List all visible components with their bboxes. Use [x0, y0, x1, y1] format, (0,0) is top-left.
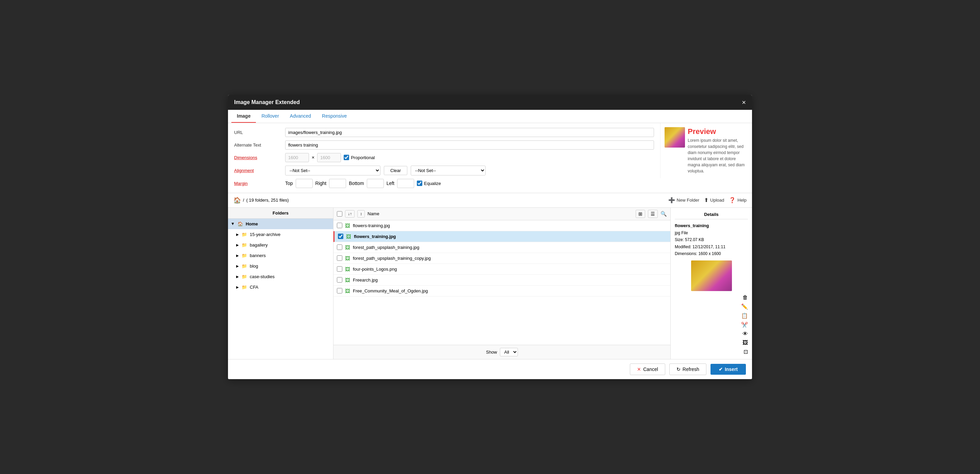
folder-bagallery-label: bagallery: [250, 243, 268, 247]
sort-za-button[interactable]: ↕: [357, 210, 365, 218]
breadcrumb-bar: 🏠 / ( 19 folders, 251 files) ➕ New Folde…: [228, 193, 752, 208]
alignment-select2[interactable]: --Not Set--: [411, 166, 485, 176]
files-toolbar: ↓↑ ↕ Name ⊞ ☰ 🔍: [334, 208, 670, 220]
files-panel: ↓↑ ↕ Name ⊞ ☰ 🔍 🖼 flowers-training.jpg: [334, 208, 670, 360]
folder-arrow-banners: ▶: [236, 254, 239, 257]
file-row[interactable]: 🖼 flowers_training.jpg: [334, 231, 670, 242]
folder-item-case-studies[interactable]: ▶ 📁 case-studies: [228, 271, 333, 282]
help-button[interactable]: ❓ Help: [729, 197, 746, 203]
copy-button[interactable]: 📋: [741, 312, 748, 319]
folder-item-home[interactable]: ▼ 🏠 Home: [228, 219, 333, 229]
image-edit-button[interactable]: 🖼: [743, 340, 748, 346]
file-browser-area: 🏠 / ( 19 folders, 251 files) ➕ New Folde…: [228, 193, 752, 360]
new-folder-label: New Folder: [677, 198, 699, 203]
file-row[interactable]: 🖼 forest_path_upsplash_training.jpg: [334, 242, 670, 253]
dimensions-label[interactable]: Dimensions: [234, 155, 282, 160]
file-checkbox-2[interactable]: [337, 244, 342, 250]
folder-icon-banners: 📁: [242, 253, 247, 258]
equalize-text: Equalize: [424, 181, 441, 186]
dim-height-input[interactable]: [317, 153, 341, 162]
file-checkbox-4[interactable]: [337, 266, 342, 272]
file-icon-5: 🖼: [345, 277, 350, 283]
alignment-label[interactable]: Alignment: [234, 168, 282, 173]
insert-button[interactable]: ✔ Insert: [711, 364, 746, 375]
proportional-checkbox[interactable]: [344, 155, 349, 160]
show-select[interactable]: All: [500, 348, 518, 356]
tabs-bar: Image Rollover Advanced Responsive: [228, 110, 752, 123]
modal: Image Manager Extended × Image Rollover …: [228, 95, 752, 379]
folder-cfa-label: CFA: [250, 285, 258, 290]
folder-arrow-bagallery: ▶: [236, 243, 239, 247]
margin-label[interactable]: Margin: [234, 181, 282, 186]
upload-button[interactable]: ⬆ Upload: [704, 197, 724, 203]
clear-button[interactable]: Clear: [384, 166, 407, 175]
tab-image[interactable]: Image: [231, 110, 256, 123]
alt-label: Alternate Text: [234, 143, 282, 147]
file-row[interactable]: 🖼 four-points_Logos.png: [334, 264, 670, 275]
file-name-3: forest_path_upsplash_training_copy.jpg: [353, 256, 431, 261]
file-checkbox-1[interactable]: [338, 234, 343, 239]
margin-right-input[interactable]: [329, 179, 346, 188]
file-row[interactable]: 🖼 flowers-training.jpg: [334, 220, 670, 231]
file-checkbox-0[interactable]: [337, 223, 342, 228]
new-folder-button[interactable]: ➕ New Folder: [668, 197, 699, 203]
bottom-label: Bottom: [349, 181, 364, 186]
cancel-button[interactable]: ✕ Cancel: [630, 363, 665, 375]
tab-rollover[interactable]: Rollover: [256, 110, 284, 123]
details-panel: Details flowers_training jpg File Size: …: [670, 208, 752, 360]
file-checkbox-6[interactable]: [337, 288, 342, 293]
margin-left-input[interactable]: [397, 179, 414, 188]
grid-view-button[interactable]: ⊞: [636, 210, 645, 218]
upload-label: Upload: [710, 198, 724, 203]
refresh-button[interactable]: ↻ Refresh: [669, 363, 706, 375]
preview-content: Preview Lorem ipsum dolor sit amet, cons…: [665, 127, 748, 174]
view-button[interactable]: 👁: [743, 331, 748, 337]
margin-bottom-input[interactable]: [367, 179, 384, 188]
size-label: Size:: [675, 237, 684, 242]
folder-item-archive[interactable]: ▶ 📁 15-year-archive: [228, 229, 333, 240]
select-all-checkbox[interactable]: [337, 211, 342, 217]
close-button[interactable]: ×: [742, 99, 746, 106]
crop-button[interactable]: ⊡: [743, 349, 748, 355]
preview-title: Preview: [688, 127, 716, 136]
folder-icon-archive: 📁: [242, 232, 247, 237]
equalize-label: Equalize: [417, 181, 441, 186]
details-header: Details: [675, 212, 748, 219]
search-button[interactable]: 🔍: [660, 211, 667, 217]
tab-advanced[interactable]: Advanced: [285, 110, 317, 123]
folder-item-banners[interactable]: ▶ 📁 banners: [228, 250, 333, 261]
alignment-row: Alignment --Not Set-- Clear --Not Set--: [234, 166, 654, 176]
folder-icon-bagallery: 📁: [242, 243, 247, 247]
modal-footer: ✕ Cancel ↻ Refresh ✔ Insert: [228, 359, 752, 379]
equalize-checkbox[interactable]: [417, 181, 422, 186]
file-row[interactable]: 🖼 forest_path_upsplash_training_copy.jpg: [334, 253, 670, 264]
alignment-select[interactable]: --Not Set--: [285, 166, 380, 176]
folder-item-blog[interactable]: ▶ 📁 blog: [228, 261, 333, 271]
detail-type: jpg File: [675, 230, 748, 236]
size-value: 572.07 KB: [685, 237, 704, 242]
file-row[interactable]: 🖼 Freearch.jpg: [334, 275, 670, 285]
file-name-2: forest_path_upsplash_training.jpg: [353, 245, 419, 250]
sort-az-button[interactable]: ↓↑: [345, 210, 355, 218]
margin-inputs: Top Right Bottom Left Equalize: [285, 179, 441, 188]
list-view-button[interactable]: ☰: [648, 210, 658, 218]
insert-check-icon: ✔: [719, 366, 723, 372]
cut-button[interactable]: ✂️: [741, 322, 748, 328]
margin-top-input[interactable]: [296, 179, 313, 188]
edit-button[interactable]: ✏️: [741, 303, 748, 310]
file-checkbox-5[interactable]: [337, 277, 342, 282]
file-checkbox-3[interactable]: [337, 255, 342, 261]
alt-input[interactable]: [285, 140, 654, 150]
help-label: Help: [737, 198, 746, 203]
form-preview-area: URL Alternate Text Dimensions ×: [228, 123, 752, 193]
file-row[interactable]: 🖼 Free_Community_Meal_of_Ogden.jpg: [334, 285, 670, 296]
folder-item-bagallery[interactable]: ▶ 📁 bagallery: [228, 240, 333, 250]
home-icon[interactable]: 🏠: [234, 197, 241, 204]
url-label: URL: [234, 130, 282, 135]
dim-width-input[interactable]: [285, 153, 309, 162]
delete-button[interactable]: 🗑: [743, 295, 748, 301]
url-input[interactable]: [285, 128, 654, 137]
folder-item-cfa[interactable]: ▶ 📁 CFA: [228, 282, 333, 292]
modal-title: Image Manager Extended: [234, 99, 300, 105]
tab-responsive[interactable]: Responsive: [317, 110, 352, 123]
